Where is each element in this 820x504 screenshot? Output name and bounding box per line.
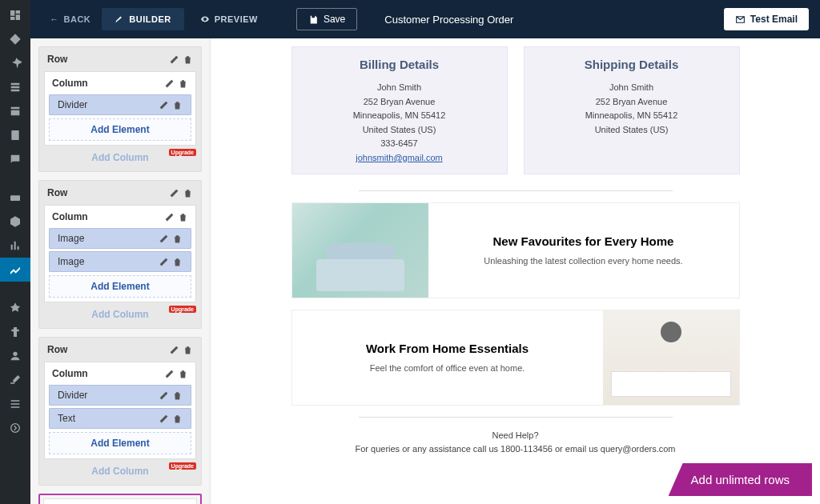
billing-phone: 333-6457 [299, 137, 500, 151]
promo-heading: New Favourites for Every Home [443, 234, 725, 248]
tab-preview[interactable]: PREVIEW [187, 8, 271, 30]
trash-icon[interactable] [172, 390, 183, 401]
rail-products[interactable] [0, 99, 30, 123]
add-column-button[interactable]: Add Column Upgrade [42, 147, 198, 168]
add-unlimited-rows-cta[interactable]: Add unlimted rows [669, 463, 812, 496]
upgrade-badge: Upgrade [169, 149, 196, 156]
rail-analytics[interactable] [0, 234, 30, 258]
page-title: Customer Processing Order [384, 14, 513, 26]
row-label: Row [47, 187, 67, 198]
save-button[interactable]: Save [296, 8, 357, 30]
arrow-left-icon: ← [50, 14, 59, 24]
svg-point-3 [11, 424, 20, 433]
promo-card-2: Work From Home Essentials Feel the comfo… [291, 310, 740, 406]
help-block: Need Help? For queries or any assistance… [291, 429, 740, 457]
promo-text: Feel the comfort of office even at home. [307, 363, 589, 373]
rail-users[interactable] [0, 344, 30, 368]
eye-icon [200, 14, 210, 24]
add-element-button[interactable]: Add Element [49, 118, 191, 141]
edit-icon[interactable] [164, 369, 175, 379]
edit-icon[interactable] [169, 188, 179, 198]
edit-icon[interactable] [159, 234, 169, 244]
row-block[interactable]: Row Column [38, 46, 202, 172]
upgrade-badge: Upgrade [169, 306, 196, 313]
rail-pages[interactable] [0, 123, 30, 147]
element-image[interactable]: Image [49, 228, 191, 249]
upgrade-badge: Upgrade [169, 462, 196, 470]
trash-icon[interactable] [178, 78, 188, 89]
billing-heading: Billing Details [299, 55, 500, 74]
svg-point-2 [13, 352, 17, 356]
column-label: Column [52, 211, 88, 222]
trash-icon[interactable] [172, 414, 183, 424]
edit-icon[interactable] [164, 212, 175, 222]
shipping-name: John Smith [531, 81, 733, 95]
rail-updates[interactable] [0, 27, 30, 51]
rail-sep2 [0, 282, 30, 296]
column-block[interactable]: Column Divider [44, 71, 196, 146]
edit-icon[interactable] [159, 100, 169, 110]
help-line1: Need Help? [291, 429, 740, 443]
add-column-button[interactable]: Add Column Upgrade [42, 304, 198, 325]
envelope-icon [735, 14, 746, 25]
row-block[interactable]: Row Column [38, 180, 202, 329]
tab-builder[interactable]: BUILDER [102, 8, 183, 30]
element-image[interactable]: Image [49, 251, 191, 272]
rail-dashboard[interactable] [0, 3, 30, 27]
add-element-button[interactable]: Add Element [49, 275, 191, 298]
add-column-button[interactable]: Add Column Upgrade [42, 461, 198, 482]
element-label: Image [58, 233, 84, 244]
element-label: Text [58, 413, 75, 424]
element-text[interactable]: Text [49, 408, 191, 429]
shipping-street: 252 Bryan Avenue [531, 95, 733, 110]
billing-card: Billing Details John Smith 252 Bryan Ave… [291, 46, 508, 174]
edit-icon[interactable] [159, 414, 169, 424]
column-block[interactable]: Column Image [44, 205, 196, 302]
rail-media[interactable] [0, 75, 30, 99]
back-button[interactable]: ← BACK [42, 10, 98, 29]
rail-tools[interactable] [0, 368, 30, 392]
rail-collapse[interactable] [0, 416, 30, 440]
trash-icon[interactable] [178, 369, 188, 379]
element-divider[interactable]: Divider [49, 94, 191, 115]
trash-icon[interactable] [183, 54, 193, 65]
trash-icon[interactable] [172, 257, 183, 267]
row-block[interactable]: Row Column [38, 337, 202, 486]
rail-sep [0, 171, 30, 186]
add-element-button[interactable]: Add Element [49, 432, 191, 454]
edit-icon[interactable] [159, 257, 169, 267]
topbar: ← BACK BUILDER PREVIEW Save Customer Pro… [30, 0, 820, 38]
edit-icon[interactable] [169, 345, 179, 355]
column-block[interactable]: Column Divider [44, 362, 196, 459]
rail-email-customizer[interactable] [0, 258, 30, 282]
test-email-button[interactable]: Test Email [724, 8, 809, 30]
help-line2: For queries or any assistance call us 18… [291, 442, 740, 457]
rail-orders[interactable] [0, 210, 30, 234]
trash-icon[interactable] [183, 188, 193, 198]
billing-email[interactable]: johnsmith@gmail.com [356, 153, 442, 162]
trash-icon[interactable] [178, 212, 188, 222]
rail-posts[interactable] [0, 51, 30, 75]
divider [359, 417, 673, 418]
add-row-highlight: Click to add a row [38, 494, 202, 504]
edit-icon[interactable] [169, 54, 179, 65]
trash-icon[interactable] [183, 345, 193, 355]
add-row-button[interactable]: Click to add a row [43, 498, 197, 504]
edit-icon[interactable] [164, 78, 175, 89]
rail-comments[interactable] [0, 147, 30, 171]
divider [359, 190, 673, 191]
promo-text: Unleashing the latest collection every h… [443, 256, 725, 266]
trash-icon[interactable] [172, 234, 183, 244]
test-email-label: Test Email [750, 14, 798, 25]
save-icon [308, 14, 319, 25]
promo-heading: Work From Home Essentials [307, 342, 589, 355]
rail-settings[interactable] [0, 392, 30, 416]
wp-admin-rail [0, 0, 30, 504]
billing-name: John Smith [299, 81, 500, 95]
rail-woo[interactable] [0, 186, 30, 210]
rail-plugins[interactable] [0, 320, 30, 344]
edit-icon[interactable] [159, 390, 169, 401]
element-divider[interactable]: Divider [49, 385, 191, 406]
trash-icon[interactable] [172, 100, 183, 110]
rail-appearance[interactable] [0, 296, 30, 320]
